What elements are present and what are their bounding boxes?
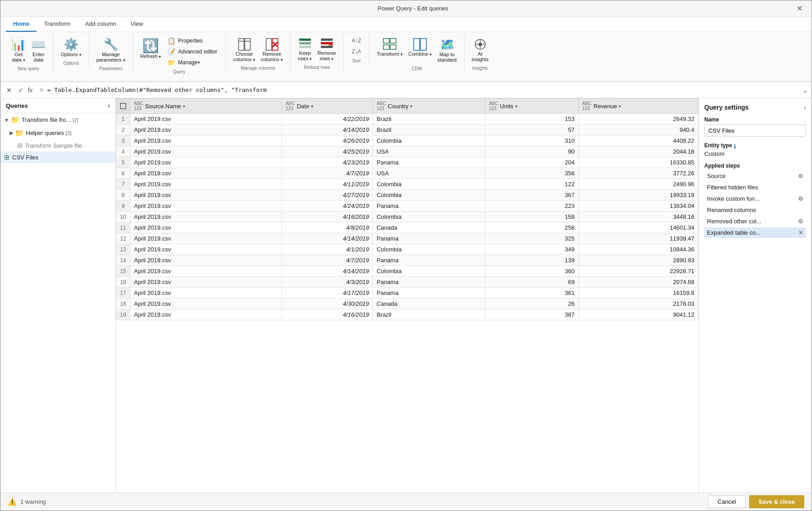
- properties-btn[interactable]: 📋Properties: [164, 36, 221, 46]
- tab-add-column[interactable]: Add column: [78, 17, 124, 32]
- table-row[interactable]: 3 April 2019.csv 4/26/2019 Colombia 310 …: [116, 135, 698, 146]
- table-row[interactable]: 8 April 2019.csv 4/27/2019 Colombia 367 …: [116, 190, 698, 201]
- step-item-expanded-table-co[interactable]: Expanded table co... ✕: [704, 227, 806, 238]
- cell-country: Colombia: [373, 266, 485, 277]
- step-item-invoke-custom[interactable]: Invoke custom fun... ⚙: [704, 193, 806, 204]
- ai-insights-btn[interactable]: AIinsights: [469, 36, 491, 64]
- step-gear-invoke-custom[interactable]: ⚙: [798, 195, 803, 202]
- svg-rect-23: [420, 39, 426, 50]
- keep-rows-btn[interactable]: Keeprows ▾: [295, 36, 315, 63]
- table-row[interactable]: 14 April 2019.csv 4/7/2019 Panama 139 28…: [116, 255, 698, 266]
- step-delete-expanded-table-co[interactable]: ✕: [798, 229, 803, 236]
- table-row[interactable]: 18 April 2019.csv 4/30/2019 Canada 26 21…: [116, 299, 698, 309]
- sort-desc-btn[interactable]: Z↓A: [348, 47, 364, 57]
- step-gear-source[interactable]: ⚙: [798, 173, 803, 179]
- query-group-helper-queries[interactable]: ▶ 📁 Helper queries [3]: [0, 126, 115, 140]
- table-row[interactable]: 7 April 2019.csv 4/11/2019 Colombia 122 …: [116, 179, 698, 190]
- step-item-removed-other-col[interactable]: Removed other col... ⚙: [704, 216, 806, 227]
- table-row[interactable]: 17 April 2019.csv 4/17/2019 Panama 361 1…: [116, 288, 698, 299]
- row-num-cell: 14: [116, 255, 130, 266]
- tab-home[interactable]: Home: [6, 17, 37, 32]
- col-header-revenue[interactable]: ABC123 Revenue ▾: [578, 99, 698, 114]
- ribbon-group-manage-columns: Choosecolumns ▾ Removecolumns ▾ Manage c…: [226, 34, 291, 72]
- cancel-button[interactable]: Cancel: [708, 495, 745, 508]
- table-row[interactable]: 13 April 2019.csv 4/1/2019 Colombia 349 …: [116, 244, 698, 255]
- map-to-standard-btn[interactable]: 🗺️ Map tostandard: [435, 36, 459, 64]
- table-row[interactable]: 4 April 2019.csv 4/25/2019 USA 90 2044.1…: [116, 146, 698, 157]
- cell-date: 4/23/2019: [282, 157, 373, 168]
- settings-name-input[interactable]: [704, 125, 806, 137]
- col-filter-source-name[interactable]: ▾: [183, 104, 185, 109]
- svg-text:Z↓A: Z↓A: [352, 48, 361, 55]
- col-filter-units[interactable]: ▾: [515, 104, 517, 109]
- settings-entity-type-value: Custom: [704, 150, 806, 157]
- table-row[interactable]: 5 April 2019.csv 4/23/2019 Panama 204 16…: [116, 157, 698, 168]
- table-row[interactable]: 10 April 2019.csv 4/16/2019 Colombia 159…: [116, 212, 698, 222]
- formula-reject-btn[interactable]: ✕: [4, 86, 14, 95]
- data-grid[interactable]: ABC123 Source.Name ▾ ABC123 Date ▾: [116, 98, 698, 492]
- svg-rect-22: [414, 39, 420, 50]
- cell-source: April 2019.csv: [130, 168, 282, 179]
- combine-btn[interactable]: Combine ▾: [406, 36, 435, 58]
- cell-revenue: 2490.96: [578, 179, 698, 190]
- cell-date: 4/16/2019: [282, 309, 373, 320]
- save-close-button[interactable]: Save & close: [749, 495, 804, 508]
- table-row[interactable]: 15 April 2019.csv 4/14/2019 Colombia 360…: [116, 266, 698, 277]
- entity-type-info-icon[interactable]: ℹ: [734, 143, 736, 150]
- row-num-cell: 3: [116, 135, 130, 146]
- close-button[interactable]: ✕: [793, 3, 806, 14]
- remove-columns-btn[interactable]: Removecolumns ▾: [258, 36, 286, 64]
- table-row[interactable]: 19 April 2019.csv 4/16/2019 Brazil 387 9…: [116, 309, 698, 320]
- cell-revenue: 16330.85: [578, 157, 698, 168]
- step-item-renamed-columns[interactable]: Renamed columns: [704, 205, 806, 215]
- cell-units: 360: [485, 266, 578, 277]
- sort-asc-btn[interactable]: A↑Z: [348, 36, 364, 46]
- remove-rows-btn[interactable]: Removerows ▾: [315, 36, 339, 63]
- table-row[interactable]: 2 April 2019.csv 4/14/2019 Brazil 57 940…: [116, 125, 698, 135]
- query-item-label-csv-files: CSV Files: [12, 154, 38, 161]
- manage-btn[interactable]: 📁Manage ▾: [164, 58, 221, 67]
- advanced-editor-btn[interactable]: 📝Advanced editor: [164, 47, 221, 57]
- cell-date: 4/25/2019: [282, 146, 373, 157]
- table-row[interactable]: 12 April 2019.csv 4/14/2019 Panama 325 1…: [116, 233, 698, 244]
- get-data-btn[interactable]: 📊 Getdata ▾: [9, 36, 29, 64]
- col-header-units[interactable]: ABC123 Units ▾: [485, 99, 578, 114]
- queries-panel-collapse-btn[interactable]: ‹: [108, 102, 110, 109]
- tab-view[interactable]: View: [124, 17, 151, 32]
- transform-data-btn[interactable]: Transform ▾: [374, 36, 406, 58]
- data-table: ABC123 Source.Name ▾ ABC123 Date ▾: [116, 98, 698, 320]
- col-filter-country[interactable]: ▾: [410, 104, 412, 109]
- query-item-transform-sample-file[interactable]: ⊞ Transform Sample file: [0, 140, 115, 151]
- formula-expand-btn[interactable]: ⌄: [802, 87, 808, 94]
- col-header-date[interactable]: ABC123 Date ▾: [282, 99, 373, 114]
- col-filter-date[interactable]: ▾: [311, 104, 313, 109]
- step-item-source[interactable]: Source ⚙: [704, 171, 806, 181]
- tab-transform[interactable]: Transform: [37, 17, 78, 32]
- step-label-renamed-columns: Renamed columns: [707, 207, 756, 213]
- refresh-btn[interactable]: 🔃 Refresh ▾: [138, 36, 164, 61]
- choose-columns-btn[interactable]: Choosecolumns ▾: [230, 36, 258, 64]
- formula-input[interactable]: [47, 87, 802, 93]
- table-row[interactable]: 11 April 2019.csv 4/8/2019 Canada 258 14…: [116, 222, 698, 233]
- col-header-source-name[interactable]: ABC123 Source.Name ▾: [130, 99, 282, 114]
- cell-units: 325: [485, 233, 578, 244]
- cell-date: 4/14/2019: [282, 125, 373, 135]
- table-row[interactable]: 16 April 2019.csv 4/3/2019 Panama 69 207…: [116, 277, 698, 288]
- query-item-csv-files[interactable]: ⊞ CSV Files: [0, 151, 115, 163]
- step-gear-removed-other-col[interactable]: ⚙: [798, 218, 803, 225]
- col-header-country[interactable]: ABC123 Country ▾: [373, 99, 485, 114]
- formula-accept-btn[interactable]: ✓: [16, 86, 26, 95]
- cell-source: April 2019.csv: [130, 222, 282, 233]
- table-row[interactable]: 9 April 2019.csv 4/24/2019 Panama 223 13…: [116, 201, 698, 212]
- table-row[interactable]: 6 April 2019.csv 4/7/2019 USA 356 3772.2…: [116, 168, 698, 179]
- manage-parameters-btn[interactable]: 🔧 Manageparameters ▾: [94, 36, 128, 64]
- col-filter-revenue[interactable]: ▾: [619, 104, 621, 109]
- enter-data-btn[interactable]: ⌨️ Enterdata: [29, 36, 48, 64]
- query-group-transform-file[interactable]: ▼ 📁 Transform file fro... [2]: [0, 113, 115, 126]
- cell-country: Colombia: [373, 212, 485, 222]
- settings-panel-expand-btn[interactable]: ›: [804, 104, 806, 111]
- options-btn[interactable]: ⚙️ Options ▾: [58, 36, 84, 59]
- ribbon-tabs: Home Transform Add column View: [0, 17, 812, 32]
- step-item-filtered-hidden[interactable]: Filtered hidden files: [704, 182, 806, 193]
- table-row[interactable]: 1 April 2019.csv 4/22/2019 Brazil 153 26…: [116, 114, 698, 125]
